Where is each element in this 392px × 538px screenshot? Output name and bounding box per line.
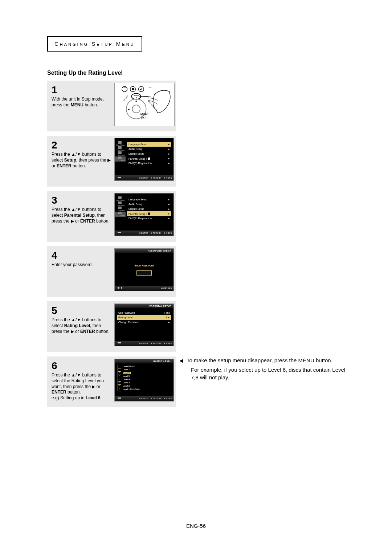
- enter-label: ENTER: [140, 113, 148, 115]
- list-item: Display Setup▸: [127, 207, 171, 211]
- step-5: 5 Press the ▲/▼ buttons to select Rating…: [47, 301, 176, 352]
- osd-header: RATING LEVEL: [115, 359, 173, 363]
- osd-parental-setup: PARENTAL SETUP Use Password: Yes Rating …: [114, 303, 174, 346]
- osd-footer: ⊞ ENTER ⊞ RETURN ⊞ MENU: [115, 341, 173, 346]
- list-item: DivX(R) Registration▸: [127, 161, 171, 166]
- svg-text:RETURN: RETURN: [123, 95, 128, 102]
- step-number: 3: [52, 194, 111, 207]
- step-text: With the unit in Stop mode, press the ME…: [52, 97, 104, 107]
- lock-icon: [147, 212, 150, 215]
- list-item: Parental Setup : ▸: [127, 211, 171, 216]
- osd-password-check: PASSWORD CHECK Enter Password - - - - ⊞ …: [114, 248, 174, 291]
- svg-point-13: [132, 105, 140, 113]
- svg-text:◂◂: ◂◂: [123, 86, 126, 88]
- example-note: For example, if you select up to Level 6…: [185, 366, 348, 381]
- list-item: Display Setup▸: [127, 151, 171, 156]
- osd-footer: ⊞ RETURN: [115, 286, 173, 291]
- step-example: e.g) Setting up in Level 6.: [52, 395, 102, 400]
- step-number: 2: [52, 139, 111, 152]
- svg-text:⊕: ⊕: [136, 97, 137, 98]
- svg-rect-3: [132, 88, 134, 90]
- list-item: Audio Setup▸: [127, 147, 171, 151]
- osd-setup-menu: Disc Menu Title Menu Function Setup Lang…: [114, 138, 174, 181]
- svg-text:▲: ▲: [135, 99, 137, 102]
- osd-footer: ⊞ ENTER ⊞ RETURN ⊞ MENU: [115, 175, 173, 180]
- list-item: Audio Setup▸: [127, 202, 171, 207]
- svg-text:▸▸: ▸▸: [150, 86, 152, 88]
- step-2: 2 Press the ▲/▼ buttons to select Setup,…: [47, 136, 176, 187]
- page-subtitle: Setting Up the Rating Level: [47, 70, 345, 76]
- step-6: 6 Press the ▲/▼ buttons to select the Ra…: [47, 356, 176, 407]
- list-item: Language Setup▸: [127, 197, 171, 202]
- osd-header: PARENTAL SETUP: [115, 304, 173, 308]
- osd-header: PASSWORD CHECK: [115, 249, 173, 253]
- step-text: Enter your password.: [52, 262, 93, 267]
- password-label: Enter Password: [135, 264, 154, 267]
- list-item: Parental Setup : ▸: [127, 156, 171, 161]
- remote-diagram: ◂◂ ▸II ▸▸ MENU ⊕: [114, 83, 175, 126]
- osd-footer: ⊞ ENTER ⊞ RETURN ⊞ MENU: [115, 396, 173, 401]
- step-3: 3 Press the ▲/▼ buttons to select Parent…: [47, 191, 176, 242]
- password-box: - - - -: [136, 270, 152, 276]
- list-item: Language Setup▸: [127, 142, 171, 147]
- page-number: ENG-56: [0, 523, 392, 529]
- lock-icon: [147, 157, 150, 160]
- step-1: 1 With the unit in Stop mode, press the …: [47, 81, 176, 131]
- section-header: Changing Setup Menu: [47, 36, 142, 52]
- step-text: Press the ▲/▼ buttons to select Parental…: [52, 207, 110, 223]
- list-item: Use Password: Yes: [117, 310, 171, 315]
- section-title: Changing Setup Menu: [54, 41, 135, 47]
- step-text: Press the ▲/▼ buttons to select the Rati…: [52, 372, 104, 395]
- svg-text:◀: ◀: [128, 108, 130, 110]
- osd-setup-menu-parental: Disc Menu Title Menu Function Setup Lang…: [114, 193, 174, 236]
- step-text: Press the ▲/▼ buttons to select Setup, t…: [52, 152, 111, 168]
- step-number: 5: [52, 304, 111, 317]
- step-number: 1: [52, 83, 111, 97]
- rating-level-list: ✓Level 8 Adult ✓Level 7 ✓Level 6 ✓Level …: [118, 365, 140, 391]
- list-item: Rating Level: 8 ▸: [117, 315, 171, 320]
- osd-rating-level: RATING LEVEL ✓Level 8 Adult ✓Level 7 ✓Le…: [114, 359, 174, 402]
- step-number: 4: [52, 249, 111, 262]
- osd-footer: ⊞ ENTER ⊞ RETURN ⊞ MENU: [115, 231, 173, 236]
- step-4: 4 Enter your password. PASSWORD CHECK En…: [47, 246, 176, 297]
- side-notes: ◀ To make the setup menu disappear, pres…: [185, 357, 348, 381]
- svg-text:▸II: ▸II: [140, 88, 143, 90]
- list-item: Change Password▸: [117, 320, 171, 325]
- svg-text:MENU: MENU: [134, 95, 139, 97]
- step-text: Press the ▲/▼ buttons to select Rating L…: [52, 317, 110, 334]
- list-item: DivX(R) Registration▸: [127, 216, 171, 221]
- step-number: 6: [52, 359, 111, 372]
